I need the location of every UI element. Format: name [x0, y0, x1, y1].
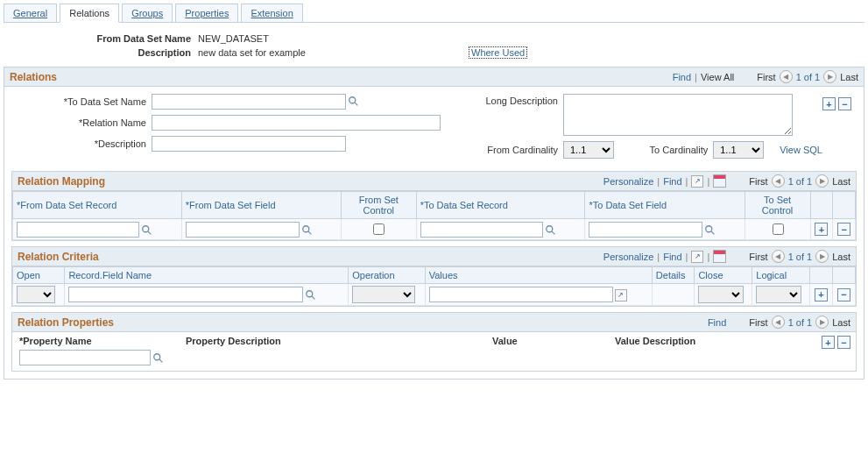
properties-last: Last: [832, 317, 850, 328]
relations-next-icon[interactable]: ▶: [823, 70, 836, 83]
properties-prev-icon[interactable]: ◀: [772, 316, 785, 329]
relations-section: Relations Find | View All First ◀ 1 of 1…: [4, 67, 864, 380]
svg-point-4: [303, 225, 309, 231]
mapping-personalize-link[interactable]: Personalize: [603, 176, 653, 187]
properties-row: [12, 350, 856, 371]
criteria-values-expand-icon[interactable]: [615, 289, 627, 301]
mapping-from-rec-input[interactable]: [17, 222, 139, 238]
properties-delete-row-icon[interactable]: −: [837, 336, 850, 349]
mapping-to-rec-input[interactable]: [420, 222, 543, 238]
description-value: new data set for example: [198, 47, 469, 58]
rel-description-input[interactable]: [152, 136, 346, 152]
criteria-next-icon[interactable]: ▶: [815, 250, 829, 263]
mapping-col-to-rec[interactable]: *To Data Set Record: [420, 200, 508, 210]
criteria-open-select[interactable]: [17, 286, 55, 303]
properties-col-value: Value: [492, 336, 615, 346]
lookup-icon[interactable]: [305, 289, 317, 301]
criteria-find-link[interactable]: Find: [663, 252, 681, 262]
criteria-add-row-icon[interactable]: +: [815, 288, 828, 301]
svg-line-9: [711, 231, 715, 234]
mapping-find-link[interactable]: Find: [663, 176, 681, 187]
criteria-col-recfld[interactable]: Record.Field Name: [68, 270, 152, 280]
mapping-col-from-fld[interactable]: *From Data Set Field: [186, 200, 276, 210]
mapping-from-fld-input[interactable]: [186, 222, 300, 238]
view-sql-link[interactable]: View SQL: [780, 145, 822, 155]
lookup-icon[interactable]: [704, 224, 716, 237]
criteria-download-icon[interactable]: [713, 250, 726, 263]
mapping-first: First: [749, 176, 767, 187]
relation-name-label: *Relation Name: [11, 117, 152, 128]
tab-groups[interactable]: Groups: [122, 4, 173, 22]
to-ds-input[interactable]: [152, 94, 346, 110]
criteria-op-select[interactable]: [352, 286, 415, 303]
criteria-prev-icon[interactable]: ◀: [772, 250, 785, 263]
to-card-select[interactable]: 1..1: [713, 141, 764, 159]
properties-col-name: *Property Name: [19, 336, 186, 346]
property-name-input[interactable]: [19, 350, 151, 365]
criteria-personalize-link[interactable]: Personalize: [603, 252, 653, 262]
mapping-prev-icon[interactable]: ◀: [772, 174, 785, 188]
svg-line-5: [308, 231, 312, 234]
properties-add-row-icon[interactable]: +: [822, 336, 835, 349]
mapping-delete-row-icon[interactable]: −: [837, 223, 850, 236]
mapping-to-ctrl-check[interactable]: [773, 223, 784, 235]
properties-find-link[interactable]: Find: [708, 317, 726, 328]
relations-count[interactable]: 1 of 1: [796, 72, 821, 82]
properties-title: Relation Properties: [18, 316, 114, 329]
lookup-icon[interactable]: [152, 352, 165, 365]
lookup-icon[interactable]: [301, 224, 314, 237]
from-ds-value: NEW_DATASET: [198, 33, 269, 44]
mapping-col-to-fld[interactable]: *To Data Set Field: [589, 200, 667, 210]
criteria-close-select[interactable]: [698, 286, 744, 303]
mapping-next-icon[interactable]: ▶: [815, 174, 829, 188]
criteria-col-op[interactable]: Operation: [352, 270, 394, 280]
criteria-col-details[interactable]: Details: [656, 270, 686, 280]
tab-extension[interactable]: Extension: [241, 4, 302, 22]
criteria-col-open[interactable]: Open: [17, 270, 40, 280]
where-used-link[interactable]: Where Used: [469, 47, 526, 58]
mapping-zoom-icon[interactable]: [691, 175, 703, 188]
from-card-select[interactable]: 1..1: [563, 141, 614, 159]
criteria-first: First: [749, 252, 767, 262]
criteria-col-logical[interactable]: Logical: [756, 270, 787, 280]
mapping-last: Last: [832, 176, 850, 187]
mapping-col-from-rec[interactable]: *From Data Set Record: [17, 200, 116, 210]
svg-point-8: [706, 225, 712, 231]
mapping-from-ctrl-check[interactable]: [373, 223, 385, 235]
lookup-icon[interactable]: [545, 224, 557, 237]
criteria-recfld-input[interactable]: [68, 287, 303, 302]
tab-properties[interactable]: Properties: [175, 4, 238, 22]
relations-delete-row-icon[interactable]: −: [838, 97, 851, 110]
criteria-col-close[interactable]: Close: [698, 270, 723, 280]
tab-general[interactable]: General: [4, 4, 57, 22]
mapping-count[interactable]: 1 of 1: [788, 176, 813, 187]
tab-relations[interactable]: Relations: [60, 4, 119, 23]
mapping-col-from-ctrl[interactable]: From Set Control: [359, 195, 399, 216]
mapping-download-icon[interactable]: [713, 174, 726, 188]
mapping-add-row-icon[interactable]: +: [815, 223, 828, 236]
criteria-count[interactable]: 1 of 1: [788, 252, 813, 262]
criteria-title: Relation Criteria: [18, 251, 99, 263]
criteria-values-input[interactable]: [429, 287, 613, 302]
relations-find-link[interactable]: Find: [673, 72, 691, 82]
properties-count[interactable]: 1 of 1: [788, 317, 813, 328]
tab-bar: General Relations Groups Properties Exte…: [4, 4, 864, 23]
mapping-to-fld-input[interactable]: [589, 222, 702, 238]
criteria-col-values[interactable]: Values: [429, 270, 458, 280]
lookup-icon[interactable]: [141, 224, 153, 237]
relation-name-input[interactable]: [152, 115, 441, 131]
properties-section: Relation Properties Find First ◀ 1 of 1 …: [11, 312, 857, 372]
relations-add-row-icon[interactable]: +: [822, 97, 836, 110]
mapping-col-to-ctrl[interactable]: To Set Control: [762, 195, 793, 216]
criteria-zoom-icon[interactable]: [691, 251, 703, 263]
to-ds-lookup-icon[interactable]: [348, 96, 360, 108]
criteria-delete-row-icon[interactable]: −: [837, 288, 850, 301]
criteria-logical-select[interactable]: [756, 286, 801, 303]
relations-viewall: View All: [701, 72, 734, 82]
long-desc-input[interactable]: [563, 94, 793, 136]
relations-prev-icon[interactable]: ◀: [780, 70, 793, 83]
properties-next-icon[interactable]: ▶: [815, 316, 829, 329]
from-ds-label: From Data Set Name: [4, 33, 198, 44]
relations-last: Last: [840, 72, 858, 82]
svg-line-7: [552, 231, 555, 234]
